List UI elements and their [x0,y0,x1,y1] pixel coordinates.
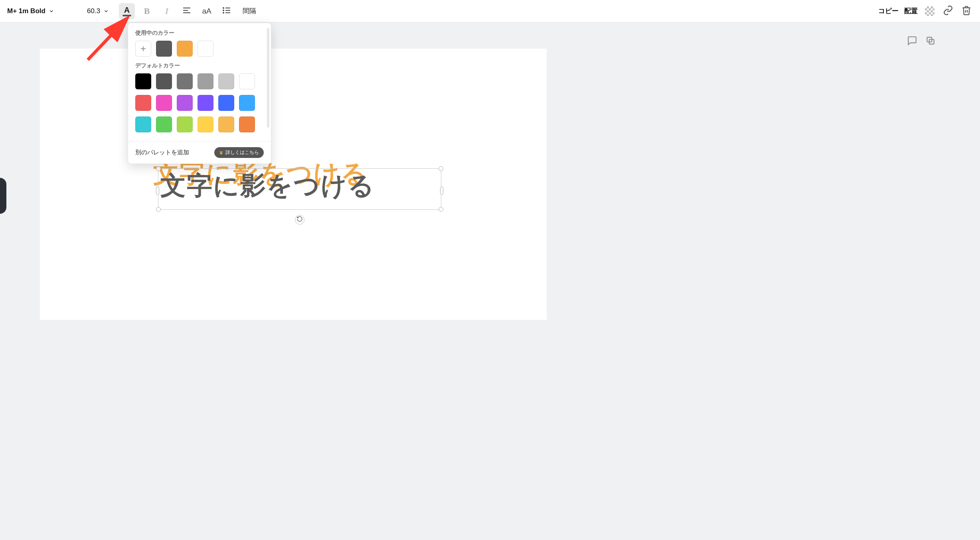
copy-button[interactable]: コピー [878,6,899,16]
svg-rect-8 [225,12,230,13]
color-swatch[interactable] [198,116,213,132]
bold-button[interactable]: B [139,3,155,19]
default-colors-row-3 [135,116,264,132]
delete-button[interactable] [960,5,973,18]
left-panel-tab[interactable] [0,178,6,214]
color-swatch[interactable] [239,73,255,89]
resize-handle-top-right[interactable] [439,166,443,171]
color-swatch[interactable] [156,73,172,89]
text-toolbar: M+ 1m Bold 60.3 A B I aA [0,0,980,22]
color-swatch[interactable] [135,73,151,89]
color-swatch[interactable] [218,116,234,132]
position-label: 配置 [904,7,918,15]
resize-handle-bottom-left[interactable] [156,207,161,212]
font-family-select[interactable]: M+ 1m Bold [7,7,83,15]
color-swatch[interactable] [239,116,255,132]
resize-handle-top-left[interactable] [156,166,161,171]
add-color-button[interactable]: + [135,41,151,57]
font-family-value: M+ 1m Bold [7,7,45,15]
italic-icon: I [165,6,168,16]
default-colors-heading: デフォルトカラー [135,62,264,69]
svg-point-7 [223,12,224,14]
align-button[interactable] [179,3,195,19]
used-colors-row: + [135,41,264,57]
learn-more-label: 詳しくはこちら [225,149,259,156]
text-color-bar [122,15,131,16]
used-colors-heading: 使用中のカラー [135,30,264,37]
transparency-icon [925,6,935,16]
learn-more-button[interactable]: ♛ 詳しくはこちら [214,147,264,158]
transparency-button[interactable] [923,5,936,18]
comment-icon [907,35,917,47]
color-swatch[interactable] [177,41,193,57]
add-palette-label: 別のパレットを追加 [135,149,189,156]
spacing-label: 間隔 [243,7,256,15]
canvas[interactable]: 文字に影をつける 文字に影をつける [40,49,547,320]
default-colors-row-1 [135,73,264,89]
color-swatch[interactable] [177,73,193,89]
rotate-handle[interactable] [295,215,304,225]
color-swatch[interactable] [177,116,193,132]
duplicate-button[interactable] [925,36,936,47]
svg-rect-4 [225,8,230,8]
color-swatch[interactable] [135,116,151,132]
color-swatch[interactable] [218,73,234,89]
italic-button[interactable]: I [159,3,175,19]
font-size-value: 60.3 [87,7,100,15]
selection-bounding-box [158,168,441,210]
list-icon [222,6,231,17]
text-case-icon: aA [202,7,211,16]
spacing-button[interactable]: 間隔 [239,6,260,16]
popover-scrollbar[interactable] [267,28,269,128]
crown-icon: ♛ [219,150,223,156]
list-button[interactable] [219,3,235,19]
font-size-select[interactable]: 60.3 [87,7,115,15]
text-color-letter-icon: A [124,6,130,14]
text-case-button[interactable]: aA [199,3,215,19]
link-button[interactable] [942,5,954,18]
svg-point-5 [223,10,224,11]
default-colors-row-2 [135,95,264,111]
text-color-button[interactable]: A [119,3,135,19]
color-swatch[interactable] [135,95,151,111]
color-picker-popover: 使用中のカラー + デフォルトカラー 別のパレットを追加 ♛ 詳しくはこちら [128,23,271,164]
color-swatch[interactable] [239,95,255,111]
color-swatch[interactable] [156,41,172,57]
chevron-down-icon [49,8,54,14]
svg-rect-6 [225,10,230,11]
color-swatch[interactable] [177,95,193,111]
comment-button[interactable] [907,36,918,47]
document-actions [907,36,936,47]
resize-handle-right[interactable] [440,187,443,195]
resize-handle-bottom-right[interactable] [439,207,443,212]
color-swatch[interactable] [156,95,172,111]
color-swatch[interactable] [198,73,213,89]
align-left-icon [182,6,192,17]
rotate-icon [296,216,303,224]
copy-label: コピー [878,7,899,15]
color-swatch[interactable] [218,95,234,111]
duplicate-icon [925,35,936,47]
color-swatch[interactable] [198,95,213,111]
link-icon [943,5,953,17]
chevron-down-icon [103,8,109,14]
color-swatch[interactable] [156,116,172,132]
resize-handle-left[interactable] [156,187,159,195]
trash-icon [961,5,972,17]
svg-point-3 [223,7,224,9]
position-button[interactable]: 配置 [904,6,918,16]
bold-icon: B [144,6,150,16]
color-swatch[interactable] [198,41,213,57]
